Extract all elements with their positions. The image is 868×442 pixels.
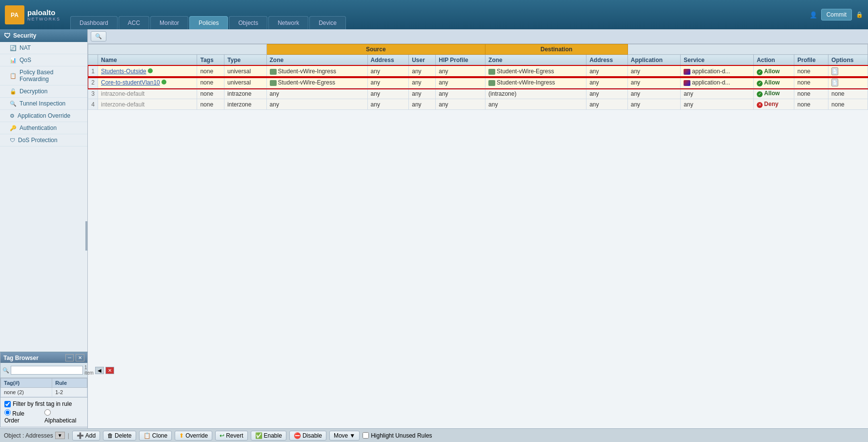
- filter-checkbox[interactable]: [4, 401, 11, 407]
- tab-objects[interactable]: Objects: [229, 16, 267, 29]
- revert-button[interactable]: ↩ Revert: [215, 431, 247, 441]
- move-arrow-icon: ▼: [349, 432, 355, 439]
- tag-browser-close-btn[interactable]: ✕: [76, 354, 84, 361]
- sidebar-item-nat[interactable]: 🔄 NAT: [0, 42, 87, 54]
- list-item[interactable]: none (2) 1-2: [1, 388, 87, 397]
- search-button[interactable]: 🔍: [91, 31, 106, 42]
- col-num: [88, 55, 98, 66]
- col-application[interactable]: Application: [627, 55, 681, 66]
- sidebar-item-pbf[interactable]: 📋 Policy Based Forwarding: [0, 66, 87, 85]
- sidebar-item-dos[interactable]: 🛡 DoS Protection: [0, 134, 87, 147]
- cell-tags: none: [197, 66, 224, 77]
- tag-entry-rule: 1-2: [52, 388, 87, 397]
- sidebar-item-qos[interactable]: 📊 QoS: [0, 54, 87, 66]
- cell-action: ✓Allow: [754, 66, 794, 77]
- move-button[interactable]: Move ▼: [329, 431, 360, 441]
- tag-browser-collapse-btn[interactable]: ─: [65, 354, 74, 361]
- tab-acc[interactable]: ACC: [119, 16, 149, 29]
- table-row[interactable]: 2 Core-to-studentVlan10 none universal S…: [88, 77, 868, 88]
- tab-dashboard[interactable]: Dashboard: [70, 16, 118, 29]
- tag-search-input[interactable]: [11, 366, 83, 375]
- sidebar-item-authentication[interactable]: 🔑 Authentication: [0, 122, 87, 134]
- col-profile[interactable]: Profile: [794, 55, 828, 66]
- cell-num: 4: [88, 99, 98, 110]
- cell-type: interzone: [224, 99, 266, 110]
- sidebar-item-authentication-label: Authentication: [20, 125, 57, 131]
- table-row[interactable]: 1 Students-Outside none universal Studen…: [88, 66, 868, 77]
- radio-alphabetical[interactable]: Alphabetical: [44, 409, 83, 424]
- cell-dst-address: any: [586, 88, 628, 99]
- sidebar-section-security[interactable]: 🛡 Security: [0, 29, 87, 42]
- cell-options[interactable]: 📄: [828, 66, 868, 77]
- filter-label: Filter by first tag in rule: [13, 400, 72, 407]
- tag-clear-btn[interactable]: ✕: [105, 367, 114, 374]
- cell-options[interactable]: 📄: [828, 77, 868, 88]
- col-action[interactable]: Action: [754, 55, 794, 66]
- cell-num: 2: [88, 77, 98, 88]
- commit-button[interactable]: Commit: [821, 9, 852, 21]
- cell-profile: none: [794, 99, 828, 110]
- tag-navigate-prev[interactable]: ◀: [95, 367, 104, 374]
- col-tags[interactable]: Tags: [197, 55, 224, 66]
- nav-tabs: Dashboard ACC Monitor Policies Objects N…: [70, 0, 347, 29]
- clone-label: Clone: [152, 432, 167, 439]
- cell-name[interactable]: Students-Outside: [98, 66, 197, 77]
- highlight-label[interactable]: Highlight Unused Rules: [363, 432, 432, 439]
- filter-checkbox-label[interactable]: Filter by first tag in rule: [4, 400, 83, 407]
- cell-name[interactable]: intrazone-default: [98, 88, 197, 99]
- cell-dst-address: any: [586, 99, 628, 110]
- enable-button[interactable]: ✅ Enable: [251, 431, 286, 441]
- radio-rule-order[interactable]: Rule Order: [4, 409, 40, 424]
- tab-device[interactable]: Device: [309, 16, 346, 29]
- col-service[interactable]: Service: [681, 55, 754, 66]
- delete-label: Delete: [115, 432, 132, 439]
- logo-box: PA: [5, 5, 24, 24]
- sidebar-resize-handle[interactable]: [85, 221, 87, 251]
- cell-src-zone: any: [266, 88, 367, 99]
- delete-button[interactable]: 🗑 Delete: [103, 431, 136, 441]
- clone-button[interactable]: 📋 Clone: [139, 431, 172, 441]
- col-dst-address[interactable]: Address: [586, 55, 628, 66]
- tag-browser-title: Tag Browser: [3, 355, 39, 361]
- content-area: 🔍 Source Destination Name Tags Type: [88, 29, 868, 442]
- sidebar-item-appoverride[interactable]: ⚙ Application Override: [0, 110, 87, 122]
- tag-col-rule: Rule: [52, 379, 87, 388]
- header-source: Source: [266, 44, 485, 55]
- cell-name[interactable]: Core-to-studentVlan10: [98, 77, 197, 88]
- col-src-address[interactable]: Address: [367, 55, 409, 66]
- table-row[interactable]: 4 interzone-default none interzone any a…: [88, 99, 868, 110]
- cell-user: any: [409, 99, 436, 110]
- cell-options[interactable]: none: [828, 99, 868, 110]
- col-options[interactable]: Options: [828, 55, 868, 66]
- col-type[interactable]: Type: [224, 55, 266, 66]
- tab-policies[interactable]: Policies: [189, 16, 228, 29]
- add-button[interactable]: ➕ Add: [72, 431, 100, 441]
- tab-monitor[interactable]: Monitor: [150, 16, 188, 29]
- highlight-checkbox[interactable]: [363, 432, 369, 439]
- sidebar-item-tunnel[interactable]: 🔍 Tunnel Inspection: [0, 98, 87, 110]
- cell-options[interactable]: none: [828, 88, 868, 99]
- sidebar-item-decryption[interactable]: 🔓 Decryption: [0, 85, 87, 98]
- cell-application: any: [627, 66, 681, 77]
- tag-browser-search: 🔍 1 item ◀ ✕: [0, 363, 87, 378]
- status-object-menu-btn[interactable]: ▼: [55, 432, 65, 439]
- sidebar-item-decryption-label: Decryption: [20, 88, 47, 95]
- toolbar: 🔍: [88, 29, 868, 44]
- cell-src-address: any: [367, 99, 409, 110]
- override-button[interactable]: ⬆ Override: [175, 431, 212, 441]
- col-user[interactable]: User: [409, 55, 436, 66]
- col-name[interactable]: Name: [98, 55, 197, 66]
- cell-action: ✓Allow: [754, 88, 794, 99]
- col-dst-zone[interactable]: Zone: [485, 55, 586, 66]
- table-row[interactable]: 3 intrazone-default none intrazone any a…: [88, 88, 868, 99]
- col-hip[interactable]: HIP Profile: [436, 55, 485, 66]
- col-src-zone[interactable]: Zone: [266, 55, 367, 66]
- disable-button[interactable]: ⛔ Disable: [289, 431, 326, 441]
- filter-area: Filter by first tag in rule Rule Order A…: [0, 397, 87, 427]
- sidebar-item-tunnel-label: Tunnel Inspection: [20, 100, 65, 107]
- cell-application: any: [627, 88, 681, 99]
- tab-network[interactable]: Network: [268, 16, 308, 29]
- cell-name[interactable]: interzone-default: [98, 99, 197, 110]
- header-empty2: [627, 44, 868, 55]
- cell-hip: any: [436, 99, 485, 110]
